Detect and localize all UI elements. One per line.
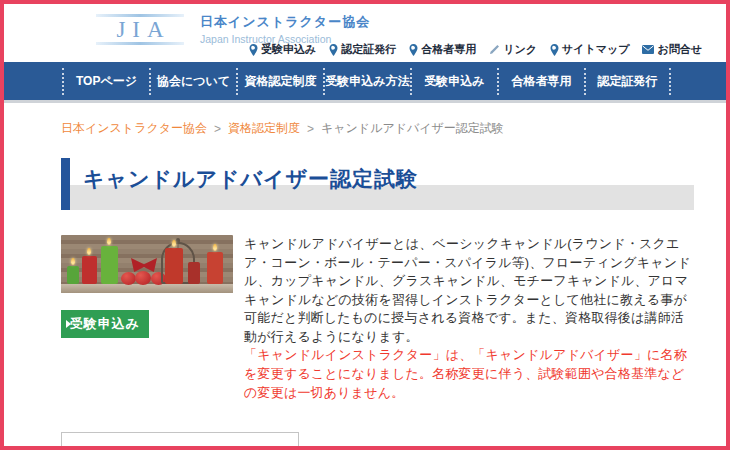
red-candle-left <box>82 256 97 284</box>
breadcrumb: 日本インストラクター協会 > 資格認定制度 > キャンドルアドバイザー認定試験 <box>61 120 726 137</box>
red-candle-right <box>207 252 223 284</box>
page-title-block: キャンドルアドバイザー認定試験 <box>61 158 694 210</box>
utility-link-contact[interactable]: お問合せ <box>642 42 702 57</box>
breadcrumb-certification[interactable]: 資格認定制度 <box>228 120 300 137</box>
description-text: キャンドルアドバイザーとは、ベーシックキャンドル(ラウンド・スクエア・コーン・ボ… <box>244 236 691 344</box>
apply-button[interactable]: 受験申込み <box>61 310 149 338</box>
logo-acronym: JIA <box>109 17 170 42</box>
logo-mark: JIA <box>94 14 186 45</box>
toc-box: 目次 [非表示] キャンドル資格検定試験概要 キャンドルアドバイザー認定試験 <box>61 432 299 450</box>
intro-text-column: キャンドルアドバイザーとは、ベーシックキャンドル(ラウンド・スクエア・コーン・ボ… <box>244 235 696 402</box>
candle-flame <box>71 258 75 265</box>
brand-name-jp: 日本インストラクター協会 <box>200 13 370 31</box>
nav-item-cert-issue[interactable]: 認定証発行 <box>584 68 671 95</box>
title-accent-bar <box>61 158 70 210</box>
apple <box>135 271 151 285</box>
intro-left-column: 受験申込み <box>61 235 233 402</box>
green-candle-tall <box>101 246 118 284</box>
utility-nav: 受験申込み 認定証発行 合格者専用 リンク サイトマップ お問合せ <box>249 42 702 57</box>
nav-item-members[interactable]: 合格者専用 <box>497 68 584 95</box>
green-candle-small <box>67 266 79 284</box>
utility-link-cert-issue[interactable]: 認定証発行 <box>329 42 396 57</box>
utility-link-sitemap[interactable]: サイトマップ <box>550 42 630 57</box>
intro-section: 受験申込み キャンドルアドバイザーとは、ベーシックキャンドル(ラウンド・スクエア… <box>61 235 696 402</box>
site-header: JIA 日本インストラクター協会 Japan Instructor Associ… <box>4 4 726 62</box>
candle-flame <box>107 238 111 245</box>
utility-link-members[interactable]: 合格者専用 <box>409 42 476 57</box>
toc-header: 目次 [非表示] <box>66 444 298 450</box>
arrow-right-icon <box>66 320 71 328</box>
site-logo[interactable]: JIA 日本インストラクター協会 Japan Instructor Associ… <box>94 13 370 45</box>
logo-line-bottom <box>96 42 184 45</box>
red-candle-small <box>188 262 200 284</box>
breadcrumb-separator: > <box>214 122 221 136</box>
nav-item-certification[interactable]: 資格認定制度 <box>236 68 323 95</box>
nav-item-how-to-apply[interactable]: 受験申込み方法 <box>323 68 410 95</box>
page: JIA 日本インストラクター協会 Japan Instructor Associ… <box>0 0 730 450</box>
breadcrumb-separator: > <box>307 122 314 136</box>
toc-title: 目次 <box>144 445 170 450</box>
candle-flame <box>87 248 91 255</box>
pin-icon <box>249 44 258 56</box>
utility-link-links[interactable]: リンク <box>489 42 537 57</box>
pin-icon <box>329 44 338 56</box>
red-pillar-candle <box>165 248 183 284</box>
nav-item-top[interactable]: TOPページ <box>62 68 149 95</box>
clip-icon <box>489 44 500 55</box>
table-surface <box>61 284 233 293</box>
red-bow <box>131 258 157 272</box>
mail-icon <box>642 45 654 54</box>
candle-flame <box>213 244 217 251</box>
logo-text: 日本インストラクター協会 Japan Instructor Associatio… <box>200 13 370 45</box>
page-title: キャンドルアドバイザー認定試験 <box>83 165 418 193</box>
nav-item-apply[interactable]: 受験申込み <box>410 68 497 95</box>
utility-link-exam-apply[interactable]: 受験申込み <box>249 42 316 57</box>
toc-hide-toggle[interactable]: [非表示] <box>174 445 220 450</box>
pin-icon <box>409 44 418 56</box>
nav-item-about[interactable]: 協会について <box>149 68 236 95</box>
apple <box>121 272 136 285</box>
pin-icon <box>550 44 559 56</box>
candle-photo <box>61 235 233 293</box>
breadcrumb-home[interactable]: 日本インストラクター協会 <box>61 120 207 137</box>
candle-flame <box>172 240 176 247</box>
main-nav: TOPページ 協会について 資格認定制度 受験申込み方法 受験申込み 合格者専用… <box>4 62 726 103</box>
notice-text: 「キャンドルインストラクター」は、「キャンドルアドバイザー」に名称を変更すること… <box>244 347 687 399</box>
breadcrumb-current: キャンドルアドバイザー認定試験 <box>321 120 504 137</box>
